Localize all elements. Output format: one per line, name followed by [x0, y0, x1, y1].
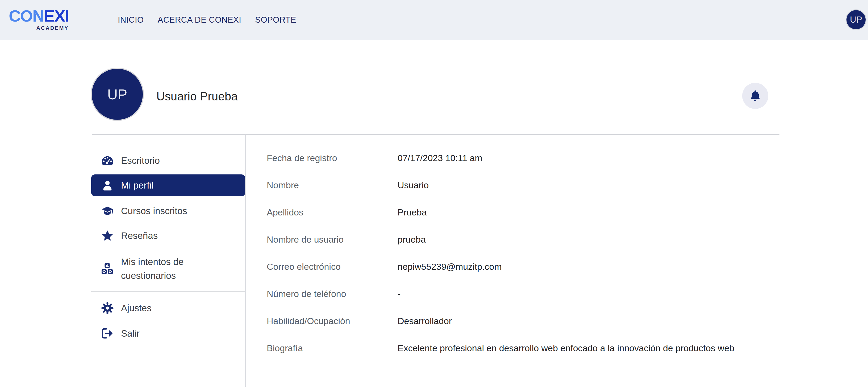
- brand-logo-subtitle: ACADEMY: [9, 25, 69, 31]
- sidebar-item-label: Mis intentos de cuestionarios: [121, 255, 227, 283]
- sidebar-item-mis-intentos[interactable]: Mis intentos de cuestionarios: [91, 248, 245, 289]
- sidebar-item-ajustes[interactable]: Ajustes: [91, 296, 245, 320]
- field-value: Prueba: [398, 207, 427, 218]
- field-value: 07/17/2023 10:11 am: [398, 153, 483, 163]
- brand-logo-part1: CON: [9, 7, 44, 25]
- quiz-shapes-icon: [101, 262, 114, 275]
- sidebar-item-label: Cursos inscritos: [121, 204, 187, 218]
- brand-logo[interactable]: CONEXI ACADEMY: [9, 7, 69, 31]
- sidebar-item-cursos-inscritos[interactable]: Cursos inscritos: [91, 198, 245, 223]
- field-value: -: [398, 289, 401, 299]
- navbar-avatar-initials: UP: [850, 15, 862, 25]
- sidebar-item-mi-perfil[interactable]: Mi perfil: [91, 174, 245, 196]
- field-row-apellidos: Apellidos Prueba: [267, 199, 785, 226]
- field-row-nombre: Nombre Usuario: [267, 171, 785, 199]
- field-label: Correo electrónico: [267, 261, 398, 272]
- star-icon: [101, 229, 114, 242]
- nav-link-acerca[interactable]: ACERCA DE CONEXI: [158, 15, 242, 25]
- brand-logo-part2: EXI: [44, 7, 69, 25]
- user-icon: [101, 179, 114, 192]
- field-label: Nombre: [267, 180, 398, 190]
- field-label: Habilidad/Ocupación: [267, 316, 398, 326]
- field-row-nombre-usuario: Nombre de usuario prueba: [267, 226, 785, 253]
- sidebar-divider: [91, 291, 245, 291]
- notifications-button[interactable]: [742, 83, 768, 109]
- graduation-cap-icon: [101, 205, 114, 217]
- sidebar-item-label: Reseñas: [121, 229, 158, 243]
- field-row-correo: Correo electrónico nepiw55239@muzitp.com: [267, 253, 785, 280]
- nav-link-soporte[interactable]: SOPORTE: [255, 15, 296, 25]
- sidebar-item-label: Ajustes: [121, 301, 152, 315]
- field-value: Excelente profesional en desarrollo web …: [398, 343, 734, 354]
- field-row-fecha-registro: Fecha de registro 07/17/2023 10:11 am: [267, 144, 785, 171]
- gear-icon: [101, 302, 114, 314]
- dashboard-gauge-icon: [101, 155, 114, 167]
- sign-out-icon: [101, 327, 114, 339]
- field-row-biografia: Biografía Excelente profesional en desar…: [267, 334, 785, 362]
- bell-icon: [749, 89, 762, 103]
- profile-fields: Fecha de registro 07/17/2023 10:11 am No…: [267, 144, 785, 362]
- sidebar-item-resenas[interactable]: Reseñas: [91, 223, 245, 248]
- field-row-telefono: Número de teléfono -: [267, 280, 785, 307]
- field-label: Nombre de usuario: [267, 234, 398, 245]
- profile-name: Usuario Prueba: [156, 88, 238, 104]
- field-row-habilidad: Habilidad/Ocupación Desarrollador: [267, 307, 785, 334]
- nav-link-inicio[interactable]: INICIO: [118, 15, 144, 25]
- navbar-user-avatar[interactable]: UP: [846, 9, 866, 30]
- field-label: Apellidos: [267, 207, 398, 218]
- main-nav: INICIO ACERCA DE CONEXI SOPORTE: [118, 0, 296, 40]
- sidebar-item-salir[interactable]: Salir: [91, 321, 245, 346]
- field-label: Fecha de registro: [267, 153, 398, 163]
- dashboard-sidebar: Escritorio Mi perfil Cursos inscritos: [91, 135, 246, 387]
- field-label: Número de teléfono: [267, 289, 398, 299]
- field-value: Usuario: [398, 180, 429, 190]
- sidebar-item-label: Escritorio: [121, 153, 160, 168]
- top-navbar: CONEXI ACADEMY INICIO ACERCA DE CONEXI S…: [0, 0, 868, 40]
- sidebar-item-label: Mi perfil: [121, 178, 154, 193]
- field-value: Desarrollador: [398, 316, 452, 326]
- field-value: nepiw55239@muzitp.com: [398, 261, 502, 272]
- profile-avatar-initials: UP: [107, 86, 127, 103]
- sidebar-item-label: Salir: [121, 327, 140, 341]
- profile-page: CONEXI ACADEMY INICIO ACERCA DE CONEXI S…: [0, 0, 868, 392]
- sidebar-item-escritorio[interactable]: Escritorio: [91, 148, 245, 173]
- field-label: Biografía: [267, 343, 398, 354]
- profile-avatar: UP: [91, 68, 144, 121]
- brand-logo-text: CONEXI: [9, 7, 69, 24]
- field-value: prueba: [398, 234, 426, 245]
